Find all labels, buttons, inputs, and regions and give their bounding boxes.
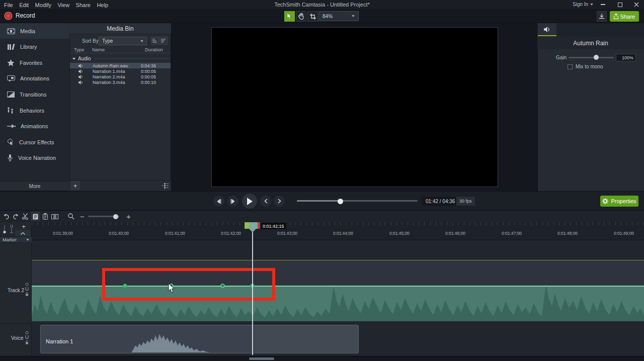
- track-magnet-icon[interactable]: [25, 335, 29, 339]
- media-item-narration-3[interactable]: Narration 3.m4a 0:00:10: [70, 79, 171, 85]
- crop-tool-icon: [310, 14, 316, 20]
- column-header-name[interactable]: Name: [92, 47, 105, 52]
- clip-label: Narration 1: [46, 338, 73, 344]
- properties-button[interactable]: Properties: [600, 196, 638, 207]
- zoom-in-button[interactable]: +: [124, 212, 133, 221]
- zoom-out-button[interactable]: −: [78, 212, 87, 221]
- track-options-icon[interactable]: [25, 331, 29, 334]
- step-back-button[interactable]: [213, 196, 224, 207]
- paste-button[interactable]: [41, 212, 50, 221]
- crop-tool-button[interactable]: [307, 11, 318, 22]
- playhead-head[interactable]: [249, 222, 258, 229]
- media-item-duration: 0:00:10: [141, 80, 156, 85]
- menu-edit[interactable]: Edit: [17, 1, 31, 10]
- marker-toggle-icon[interactable]: [3, 224, 7, 234]
- track-lock-icon[interactable]: [25, 292, 29, 296]
- gain-value-field[interactable]: 100%: [616, 54, 636, 61]
- sidebar-item-voice-narration[interactable]: Voice Narration: [0, 150, 69, 166]
- chevron-down-icon: [590, 4, 593, 6]
- track-magnet-icon[interactable]: [25, 287, 29, 291]
- audio-properties-tab[interactable]: [538, 23, 556, 36]
- timeline-zoom-thumb[interactable]: [113, 214, 118, 219]
- media-item-narration-1[interactable]: Narration 1.m4a 0:00:05: [70, 68, 171, 74]
- timeline-scrollbar[interactable]: [0, 356, 644, 361]
- sidebar-item-label: Animations: [21, 123, 48, 129]
- media-item-narration-2[interactable]: Narration 2.m4a 0:00:05: [70, 74, 171, 79]
- sidebar-more-button[interactable]: More: [0, 181, 69, 191]
- audio-file-icon: [78, 80, 83, 84]
- star-icon: [7, 59, 15, 66]
- track-options-icon[interactable]: [25, 283, 29, 286]
- mix-to-mono-checkbox[interactable]: [568, 64, 573, 69]
- split-button[interactable]: [50, 212, 59, 221]
- playhead-in-handle[interactable]: [245, 222, 249, 229]
- preview-canvas[interactable]: [211, 27, 498, 187]
- share-button[interactable]: Share: [610, 11, 639, 22]
- gain-slider-thumb[interactable]: [594, 55, 599, 60]
- minimize-button[interactable]: [596, 1, 610, 9]
- seek-slider-thumb[interactable]: [338, 199, 343, 204]
- sort-descending-button[interactable]: [159, 37, 168, 45]
- close-button[interactable]: [629, 1, 643, 9]
- playhead[interactable]: [245, 222, 260, 229]
- cursor-effects-icon: [7, 139, 14, 146]
- maximize-button[interactable]: [613, 1, 627, 9]
- export-button[interactable]: [597, 11, 607, 22]
- menu-view[interactable]: View: [55, 1, 71, 10]
- cursor-tool-icon: [287, 13, 292, 20]
- menu-modify[interactable]: Modify: [33, 1, 53, 10]
- sidebar-item-animations[interactable]: Animations: [0, 119, 69, 134]
- sidebar-item-cursor-effects[interactable]: Cursor Effects: [0, 134, 69, 150]
- gain-slider[interactable]: [569, 57, 614, 58]
- add-media-button[interactable]: +: [71, 182, 79, 190]
- sidebar-item-library[interactable]: Library: [0, 39, 69, 55]
- sort-by-dropdown[interactable]: Type: [99, 37, 147, 45]
- step-forward-button[interactable]: [227, 196, 238, 207]
- previous-clip-button[interactable]: [260, 196, 271, 207]
- sidebar-item-media[interactable]: Media: [0, 23, 69, 39]
- quiz-toggle-icon[interactable]: [10, 224, 14, 234]
- playhead-out-handle[interactable]: [258, 222, 260, 229]
- column-header-type[interactable]: Type: [74, 47, 85, 52]
- timeline-scrollbar-thumb[interactable]: [249, 357, 274, 360]
- column-header-duration[interactable]: Duration: [145, 47, 163, 52]
- divider: [94, 58, 169, 59]
- play-button[interactable]: [242, 194, 257, 209]
- media-item-autumn-rain[interactable]: Autumn Rain.wav 0:04:36: [70, 63, 171, 68]
- collapse-tracks-button[interactable]: [15, 230, 30, 236]
- copy-button[interactable]: [31, 212, 40, 221]
- redo-button[interactable]: [12, 212, 20, 221]
- next-clip-button[interactable]: [274, 196, 285, 207]
- pan-tool-button[interactable]: [296, 11, 306, 22]
- sidebar-item-transitions[interactable]: Transitions: [0, 86, 69, 102]
- track2-label: Track 2: [8, 288, 24, 293]
- sidebar-item-behaviors[interactable]: Behaviors: [0, 103, 69, 118]
- sort-ascending-button[interactable]: [151, 37, 159, 45]
- voice-track-controls[interactable]: [25, 331, 29, 344]
- cut-button[interactable]: [21, 212, 30, 221]
- voice-narration-clip[interactable]: Narration 1: [40, 325, 359, 353]
- marker-dropdown[interactable]: Marker: [0, 236, 32, 243]
- plus-icon: +: [126, 212, 131, 221]
- sidebar-item-annotations[interactable]: Annotations: [0, 71, 69, 86]
- audio-group-header[interactable]: Audio: [72, 55, 169, 62]
- minimize-icon: [601, 4, 605, 5]
- media-bin-title: Media Bin: [69, 23, 171, 34]
- edit-cursor-tool-button[interactable]: [284, 11, 295, 22]
- menu-file[interactable]: File: [2, 1, 15, 10]
- view-toggle-button[interactable]: [160, 182, 170, 190]
- undo-button[interactable]: [2, 212, 11, 221]
- playhead-pointer: [249, 229, 256, 232]
- track-lock-icon[interactable]: [25, 340, 29, 344]
- sign-in-menu[interactable]: Sign In: [573, 0, 593, 9]
- add-track-button[interactable]: +: [18, 223, 29, 230]
- sidebar-item-label: Library: [20, 44, 37, 50]
- menu-share[interactable]: Share: [74, 1, 93, 10]
- track2-controls[interactable]: [25, 283, 29, 296]
- menu-help[interactable]: Help: [95, 1, 110, 10]
- zoom-tool-button[interactable]: [67, 212, 75, 221]
- sidebar-item-favorites[interactable]: Favorites: [0, 55, 69, 70]
- record-button[interactable]: Record: [5, 12, 35, 19]
- audio-file-icon: [78, 64, 83, 68]
- canvas-zoom-select[interactable]: 84%: [318, 11, 359, 21]
